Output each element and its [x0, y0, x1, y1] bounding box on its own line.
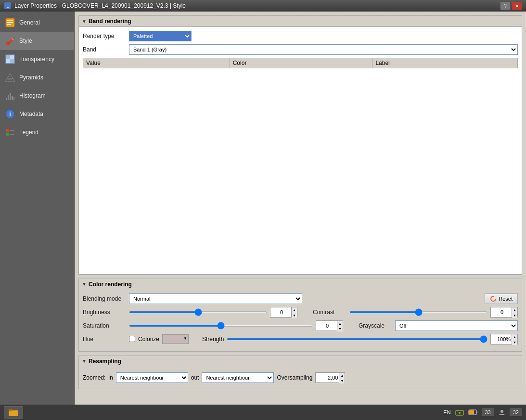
svg-point-31 [459, 412, 461, 414]
svg-text:i: i [9, 111, 11, 117]
sidebar-label-pyramids: Pyramids [19, 74, 43, 81]
hue-swatch[interactable]: ▼ [162, 334, 189, 344]
style-icon [5, 36, 15, 46]
sidebar-item-histogram[interactable]: Histogram [0, 87, 74, 105]
oversampling-input[interactable] [315, 372, 339, 383]
oversampling-down[interactable]: ▼ [339, 378, 345, 383]
strength-label: Strength [202, 336, 224, 343]
svg-rect-11 [6, 55, 14, 64]
band-select[interactable]: Band 1 (Gray) [129, 44, 518, 55]
band-rendering-body: Render type Paletted Band Band 1 (Gray) [79, 26, 522, 274]
taskbar-folder-button[interactable] [4, 406, 23, 419]
band-row: Band Band 1 (Gray) [83, 44, 518, 55]
sidebar-item-legend[interactable]: Legend [0, 123, 74, 141]
sidebar-item-metadata[interactable]: i Metadata [0, 105, 74, 123]
sidebar-item-pyramids[interactable]: Pyramids [0, 68, 74, 87]
contrast-spinner: ▲ ▼ [490, 307, 518, 318]
svg-rect-18 [12, 96, 13, 100]
band-table-body [83, 68, 518, 270]
sidebar-item-style[interactable]: Style [0, 32, 74, 50]
resampling-title: Resampling [89, 358, 121, 365]
color-rendering-section: ▼ Color rendering Blending mode Normal [78, 279, 522, 352]
zoomed-out-select[interactable]: Nearest neighbour Bilinear Cubic [202, 372, 274, 383]
svg-rect-19 [13, 97, 14, 100]
render-type-row: Render type Paletted [83, 31, 518, 41]
strength-slider[interactable] [227, 338, 488, 340]
zoomed-label: Zoomed: [83, 374, 105, 381]
user-icon-area [498, 408, 506, 416]
content-area: ▼ Band rendering Render type Paletted Ba… [75, 12, 526, 405]
svg-rect-34 [476, 411, 477, 413]
contrast-up[interactable]: ▲ [512, 307, 517, 313]
svg-rect-17 [10, 93, 11, 100]
brightness-spinner: ▲ ▼ [270, 307, 297, 318]
colorize-checkbox[interactable] [129, 336, 135, 342]
histogram-icon [5, 90, 15, 101]
blending-row: Blending mode Normal Reset [83, 293, 518, 304]
brightness-input[interactable] [270, 307, 292, 318]
color-rendering-toggle[interactable]: ▼ [82, 281, 87, 287]
strength-input[interactable] [490, 334, 512, 344]
title-bar: L Layer Properties - GLOBCOVER_L4_200901… [0, 0, 526, 12]
sidebar-label-transparency: Transparency [19, 56, 54, 63]
strength-up[interactable]: ▲ [512, 334, 517, 340]
folder-icon [9, 408, 18, 416]
sidebar-item-general[interactable]: General [0, 13, 74, 32]
hue-label: Hue [83, 336, 126, 343]
resampling-header: ▼ Resampling [79, 356, 522, 367]
grayscale-select[interactable]: Off [395, 320, 518, 331]
render-type-select[interactable]: Paletted [129, 31, 192, 41]
help-button[interactable]: ? [500, 1, 511, 10]
brightness-down[interactable]: ▼ [292, 313, 297, 318]
svg-rect-29 [9, 409, 13, 411]
statusbar: EN 33 32 [0, 405, 526, 420]
col-value: Value [83, 58, 230, 68]
saturation-slider[interactable] [129, 325, 313, 327]
saturation-down[interactable]: ▼ [337, 326, 343, 331]
transparency-icon [5, 54, 15, 64]
brightness-label: Brightness [83, 309, 126, 316]
svg-marker-12 [5, 74, 15, 81]
legend-icon [5, 127, 15, 138]
resampling-toggle[interactable]: ▼ [82, 358, 87, 364]
strength-spinner: ▲ ▼ [490, 334, 518, 344]
svg-rect-15 [6, 98, 7, 100]
band-rendering-toggle[interactable]: ▼ [82, 19, 87, 24]
blending-label: Blending mode [83, 295, 126, 302]
brightness-slider[interactable] [129, 311, 267, 313]
svg-rect-24 [6, 133, 9, 136]
general-icon [5, 17, 15, 28]
blending-select[interactable]: Normal [129, 293, 302, 304]
brightness-contrast-row: Brightness ▲ ▼ Contrast [83, 307, 518, 318]
sidebar-item-transparency[interactable]: Transparency [0, 50, 74, 68]
color-rendering-title: Color rendering [89, 281, 132, 288]
strength-down[interactable]: ▼ [512, 340, 517, 345]
window-title: Layer Properties - GLOBCOVER_L4_200901_2… [14, 2, 500, 9]
sidebar-label-general: General [19, 19, 40, 26]
saturation-up[interactable]: ▲ [337, 321, 343, 326]
badge-2: 32 [510, 408, 522, 416]
brightness-up[interactable]: ▲ [292, 307, 297, 313]
user-icon [498, 408, 506, 416]
band-table: Value Color Label [83, 58, 518, 270]
contrast-down[interactable]: ▼ [512, 313, 517, 318]
sidebar-label-histogram: Histogram [19, 92, 46, 99]
contrast-slider[interactable] [349, 311, 488, 313]
saturation-label: Saturation [83, 322, 126, 329]
reset-button[interactable]: Reset [485, 293, 518, 304]
resampling-body: Zoomed: in Nearest neighbour Bilinear Cu… [79, 367, 522, 389]
color-rendering-body: Blending mode Normal Reset B [79, 290, 522, 351]
saturation-input[interactable] [316, 320, 337, 331]
zoomed-in-select[interactable]: Nearest neighbour Bilinear Cubic [116, 372, 188, 383]
lang-label: EN [443, 409, 450, 415]
badge-1: 33 [482, 408, 494, 416]
col-color: Color [230, 58, 372, 68]
sidebar-label-style: Style [19, 38, 32, 44]
contrast-input[interactable] [490, 307, 512, 318]
saturation-grayscale-row: Saturation ▲ ▼ Grayscale Off [83, 320, 518, 331]
oversampling-up[interactable]: ▲ [339, 373, 345, 378]
close-button[interactable]: ✕ [512, 1, 522, 10]
oversampling-spinner: ▲ ▼ [315, 372, 345, 383]
band-rendering-section: ▼ Band rendering Render type Paletted Ba… [78, 15, 522, 275]
lang-indicator: EN [443, 409, 450, 415]
